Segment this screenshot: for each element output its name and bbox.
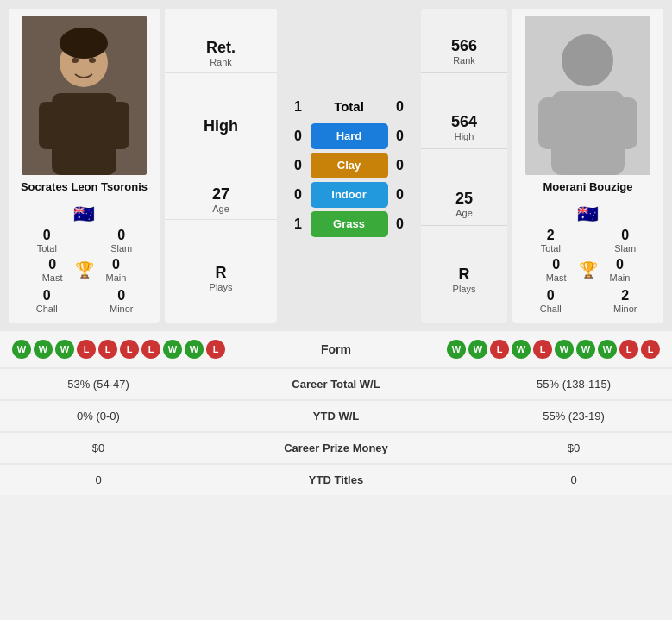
left-high-stat: High: [165, 112, 277, 141]
left-rank-stat: Ret. Rank: [165, 34, 277, 73]
svg-point-5: [60, 28, 108, 59]
left-player-card: Socrates Leon Tsoronis 🇦🇺 0 Total 0 Slam…: [9, 9, 160, 323]
form-badge-l: L: [141, 340, 160, 359]
bottom-stat-right-3: 0: [487, 473, 660, 486]
left-player-name: Socrates Leon Tsoronis: [21, 180, 148, 195]
right-age-stat: 25 Age: [421, 183, 507, 226]
bottom-stat-right-2: $0: [487, 442, 660, 454]
left-slam-stat: 0 Slam: [89, 228, 155, 254]
right-rank-stat: 566 Rank: [421, 30, 507, 73]
bottom-stat-label-1: YTD W/L: [185, 410, 487, 423]
bottom-stat-right-0: 55% (138-115): [487, 378, 660, 391]
left-mast-stat: 0 Mast: [42, 257, 63, 283]
bottom-stat-left-0: 53% (54-47): [12, 378, 185, 391]
left-minor-stat: 0 Minor: [89, 288, 155, 314]
form-label: Form: [321, 342, 351, 356]
middle-right-stats: 566 Rank 564 High 25 Age R Plays: [421, 9, 507, 323]
form-badge-l: L: [641, 340, 660, 359]
court-total-label: Total: [311, 94, 388, 120]
svg-rect-4: [105, 102, 129, 149]
form-badge-w: W: [598, 340, 617, 359]
svg-rect-12: [612, 97, 637, 149]
bottom-stat-row-2: $0 Career Prize Money $0: [0, 433, 672, 463]
right-trophy-row: 0 Mast 🏆 0 Main: [518, 257, 658, 283]
court-clay-row: 0 Clay 0: [282, 153, 416, 178]
right-chall-grid: 0 Chall 2 Minor: [518, 288, 658, 314]
court-grass-row: 1 Grass 0: [282, 211, 416, 237]
form-badge-l: L: [533, 340, 552, 359]
right-form-badges: WWLWLWWWLL: [447, 340, 660, 359]
court-total-row: 1 Total 0: [282, 94, 416, 120]
left-age-stat: 27 Age: [165, 180, 277, 220]
form-badge-w: W: [34, 340, 53, 359]
left-stats-grid: 0 Total 0 Slam: [14, 228, 154, 254]
form-badge-l: L: [98, 340, 117, 359]
right-player-photo: [525, 16, 650, 175]
trophy-icon-left: 🏆: [75, 262, 94, 278]
bottom-stat-left-2: $0: [12, 442, 185, 454]
right-player-name: Moerani Bouzige: [543, 180, 632, 195]
form-badge-w: W: [185, 340, 204, 359]
form-badge-w: W: [55, 340, 74, 359]
court-hard-row: 0 Hard 0: [282, 123, 416, 149]
bottom-stat-row-3: 0 YTD Titles 0: [0, 465, 672, 495]
right-main-stat: 0 Main: [610, 257, 631, 283]
form-badge-w: W: [163, 340, 182, 359]
player-section: Socrates Leon Tsoronis 🇦🇺 0 Total 0 Slam…: [0, 0, 672, 331]
form-badge-l: L: [619, 340, 638, 359]
right-mast-stat: 0 Mast: [546, 257, 567, 283]
right-plays-stat: R Plays: [421, 259, 507, 301]
svg-point-7: [89, 58, 96, 63]
svg-point-9: [562, 34, 613, 86]
bottom-stat-left-3: 0: [12, 473, 185, 486]
left-player-photo: [22, 16, 147, 175]
left-player-flag: 🇦🇺: [73, 204, 95, 224]
bottom-stats-container: 53% (54-47) Career Total W/L 55% (138-11…: [0, 369, 672, 495]
form-badge-w: W: [447, 340, 466, 359]
court-section: 1 Total 0 0 Hard 0 0 Clay 0: [282, 9, 416, 323]
middle-left-stats: Ret. Rank High 27 Age R Plays: [165, 9, 277, 323]
form-badge-l: L: [206, 340, 225, 359]
right-high-stat: 564 High: [421, 106, 507, 149]
trophy-icon-right: 🏆: [579, 262, 598, 278]
court-indoor-row: 0 Indoor 0: [282, 182, 416, 208]
bottom-stat-row-1: 0% (0-0) YTD W/L 55% (23-19): [0, 401, 672, 431]
left-chall-stat: 0 Chall: [14, 288, 80, 314]
form-section: WWWLLLLWWL Form WWLWLWWWLL: [0, 331, 672, 367]
form-badge-l: L: [490, 340, 509, 359]
form-badge-w: W: [468, 340, 487, 359]
form-badge-w: W: [12, 340, 31, 359]
bottom-stat-label-2: Career Prize Money: [185, 442, 487, 454]
svg-rect-3: [39, 102, 63, 149]
hard-badge: Hard: [311, 123, 388, 149]
clay-badge: Clay: [311, 153, 388, 178]
form-badge-w: W: [576, 340, 595, 359]
form-badge-l: L: [77, 340, 96, 359]
bottom-stat-row-0: 53% (54-47) Career Total W/L 55% (138-11…: [0, 369, 672, 399]
left-form-badges: WWWLLLLWWL: [12, 340, 225, 359]
form-badge-w: W: [512, 340, 531, 359]
svg-point-6: [72, 58, 79, 63]
form-badge-w: W: [555, 340, 574, 359]
right-slam-stat: 0 Slam: [593, 228, 659, 254]
indoor-badge: Indoor: [311, 182, 388, 208]
left-chall-grid: 0 Chall 0 Minor: [14, 288, 154, 314]
main-container: Socrates Leon Tsoronis 🇦🇺 0 Total 0 Slam…: [0, 0, 672, 495]
left-total-stat: 0 Total: [14, 228, 80, 254]
bottom-stat-left-1: 0% (0-0): [12, 410, 185, 423]
right-player-card: Moerani Bouzige 🇦🇺 2 Total 0 Slam 0 Mast…: [512, 9, 663, 323]
right-player-flag: 🇦🇺: [577, 204, 599, 224]
right-minor-stat: 2 Minor: [593, 288, 659, 314]
grass-badge: Grass: [311, 211, 388, 237]
left-main-stat: 0 Main: [106, 257, 127, 283]
right-stats-grid: 2 Total 0 Slam: [518, 228, 658, 254]
svg-rect-11: [538, 97, 564, 149]
bottom-stat-label-3: YTD Titles: [185, 473, 487, 486]
bottom-stat-right-1: 55% (23-19): [487, 410, 660, 423]
right-chall-stat: 0 Chall: [518, 288, 584, 314]
right-total-stat: 2 Total: [518, 228, 584, 254]
left-trophy-row: 0 Mast 🏆 0 Main: [14, 257, 154, 283]
form-badge-l: L: [120, 340, 139, 359]
left-plays-stat: R Plays: [165, 259, 277, 297]
bottom-stat-label-0: Career Total W/L: [185, 378, 487, 391]
